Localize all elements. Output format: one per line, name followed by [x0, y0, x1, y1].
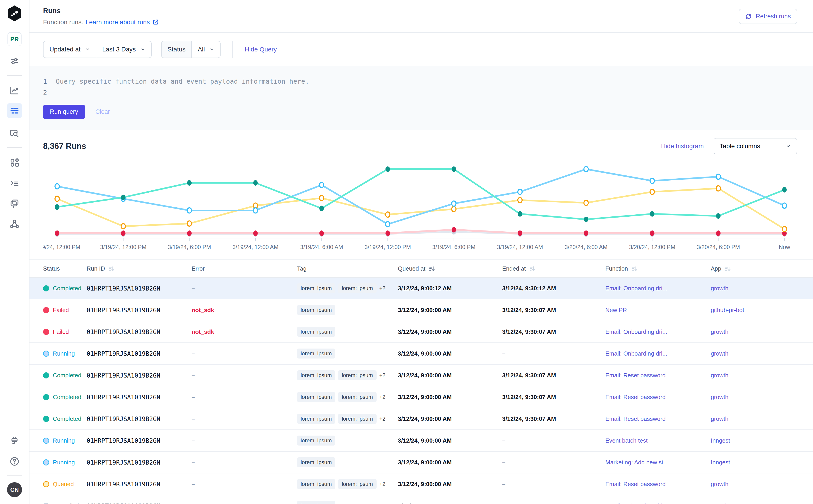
app-link[interactable]: growth	[711, 481, 728, 488]
app-link[interactable]: growth	[711, 350, 728, 357]
ended-at-cell: –	[502, 350, 605, 357]
avatar[interactable]: CN	[7, 482, 22, 497]
ended-at-cell: –	[502, 437, 605, 444]
app-link[interactable]: Inngest	[711, 459, 730, 466]
time-range-dropdown[interactable]: Last 3 Days	[96, 41, 151, 58]
column-header-queued-at[interactable]: Queued at	[398, 265, 502, 272]
trace-search-icon[interactable]	[9, 128, 20, 139]
sort-icon	[529, 265, 536, 272]
svg-text:3/20/24, 6:00 PM: 3/20/24, 6:00 PM	[697, 244, 740, 250]
table-row[interactable]: Completed 01HRPT19RJSA1019B2GN – lorem: …	[29, 278, 813, 299]
filters-icon[interactable]	[9, 56, 20, 67]
tag-cell: lorem: ipsum	[297, 436, 398, 446]
sort-icon	[724, 265, 731, 272]
hide-query-link[interactable]: Hide Query	[245, 46, 277, 53]
function-link[interactable]: Email: Onboarding dri...	[605, 502, 667, 504]
metrics-icon[interactable]	[9, 85, 20, 96]
table-row[interactable]: Completed 01HRPT19RJSA1019B2GN – lorem: …	[29, 386, 813, 408]
function-link[interactable]: Email: Reset password	[605, 394, 666, 401]
tag-chip: lorem: ipsum	[338, 414, 376, 424]
run-query-button[interactable]: Run query	[43, 105, 85, 119]
function-cell: Email: Reset password	[605, 481, 711, 488]
apps-icon[interactable]	[9, 157, 20, 168]
run-id-cell: 01HRPT19RJSA1019B2GN	[87, 350, 191, 357]
function-link[interactable]: Email: Onboarding dri...	[605, 350, 667, 357]
error-cell: –	[191, 372, 297, 379]
svg-text:3/19/24, 12:00 PM: 3/19/24, 12:00 PM	[100, 244, 146, 250]
function-link[interactable]: Marketing: Add new si...	[605, 459, 668, 466]
table-row[interactable]: Completed 01HRPT19RJSA1019B2GN – lorem: …	[29, 365, 813, 386]
svg-text:3/19/24, 12:00 AM: 3/19/24, 12:00 AM	[497, 244, 543, 250]
hide-histogram-link[interactable]: Hide histogram	[661, 143, 704, 150]
table-row[interactable]: Completed 01HRPT19RJSA1019B2GN – lorem: …	[29, 408, 813, 430]
sidebar-item-runs[interactable]	[7, 103, 22, 118]
column-header-error: Error	[191, 265, 297, 272]
help-icon[interactable]	[9, 456, 20, 467]
tag-cell: lorem: ipsumlorem: ipsum+2	[297, 392, 398, 402]
run-id-cell: 01HRPT19RJSA1019B2GN	[87, 372, 191, 379]
queued-at-cell: 3/12/24, 9:00:00 AM	[398, 372, 502, 379]
table-row[interactable]: Failed 01HRPT19RJSA1019B2GN not_sdk lore…	[29, 321, 813, 343]
app-link[interactable]: growth	[711, 502, 728, 504]
app-link[interactable]: Inngest	[711, 437, 730, 444]
svg-text:3/19/24, 6:00 AM: 3/19/24, 6:00 AM	[300, 244, 343, 250]
function-link[interactable]: Email: Reset password	[605, 481, 666, 488]
app-link[interactable]: growth	[711, 415, 728, 422]
tag-cell: lorem: ipsumlorem: ipsum+2	[297, 479, 398, 489]
column-header-app[interactable]: App	[711, 265, 813, 272]
svg-text:3/19/24, 6:00 PM: 3/19/24, 6:00 PM	[168, 244, 211, 250]
sidebar-divider	[7, 475, 22, 476]
function-link[interactable]: Email: Reset password	[605, 372, 666, 379]
clear-query-button[interactable]: Clear	[95, 108, 110, 115]
run-id-cell: 01HRPT19RJSA1019B2GN	[87, 307, 191, 314]
status-dot-failed	[43, 329, 49, 335]
function-link[interactable]: Event batch test	[605, 437, 648, 444]
workspace-badge[interactable]: PR	[7, 32, 22, 46]
app-link[interactable]: growth	[711, 285, 728, 292]
inngest-logo-icon[interactable]	[7, 5, 22, 22]
time-field-dropdown[interactable]: Updated at	[44, 41, 96, 58]
run-id-cell: 01HRPT19RJSA1019B2GN	[87, 502, 191, 504]
status-filter-dropdown[interactable]: All	[191, 41, 220, 58]
app-link[interactable]: growth	[711, 394, 728, 401]
run-id-cell: 01HRPT19RJSA1019B2GN	[87, 437, 191, 444]
column-header-run-id[interactable]: Run ID	[87, 265, 191, 272]
app-link[interactable]: github-pr-bot	[711, 307, 744, 314]
refresh-runs-button[interactable]: Refresh runs	[739, 9, 797, 24]
app-link[interactable]: growth	[711, 328, 728, 335]
webhook-icon[interactable]	[9, 218, 20, 229]
function-link[interactable]: Email: Onboarding dri...	[605, 285, 667, 292]
svg-text:3/19/24, 12:00 PM: 3/19/24, 12:00 PM	[364, 244, 411, 250]
queued-at-cell: 3/12/24, 9:00:00 AM	[398, 502, 502, 504]
status-cell: Failed	[29, 307, 87, 314]
status-dot-running	[43, 459, 49, 465]
status-label: Completed	[53, 415, 81, 422]
app-link[interactable]: growth	[711, 372, 728, 379]
table-columns-dropdown[interactable]: Table columns	[714, 138, 797, 154]
tag-more: +2	[379, 285, 385, 291]
table-row[interactable]: Running 01HRPT19RJSA1019B2GN – lorem: ip…	[29, 343, 813, 365]
column-header-ended-at[interactable]: Ended at	[502, 265, 605, 272]
table-row[interactable]: Running 01HRPT19RJSA1019B2GN – lorem: ip…	[29, 452, 813, 473]
status-dot-completed	[43, 394, 49, 400]
plug-icon[interactable]	[9, 436, 20, 446]
status-label: Failed	[53, 307, 69, 314]
function-link[interactable]: Email: Reset password	[605, 415, 666, 422]
table-row[interactable]: Running 01HRPT19RJSA1019B2GN – lorem: ip…	[29, 430, 813, 452]
sidebar-divider	[7, 147, 22, 148]
query-editor[interactable]: 1 Query specific function data and event…	[29, 66, 813, 130]
status-dot-running	[43, 351, 49, 357]
table-row[interactable]: Queued 01HRPT19RJSA1019B2GN – lorem: ips…	[29, 473, 813, 495]
cli-icon[interactable]	[9, 178, 20, 189]
function-cell: Event batch test	[605, 437, 711, 444]
table-row[interactable]: Cancelled 01HRPT19RJSA1019B2GN – lorem: …	[29, 495, 813, 504]
learn-more-link[interactable]: Learn more about runs	[85, 19, 159, 26]
status-cell: Completed	[29, 285, 87, 292]
windows-icon[interactable]	[9, 198, 20, 209]
function-link[interactable]: Email: Onboarding dri...	[605, 328, 667, 335]
function-link[interactable]: New PR	[605, 307, 627, 314]
table-row[interactable]: Failed 01HRPT19RJSA1019B2GN not_sdk lore…	[29, 299, 813, 321]
main-content: Runs Function runs. Learn more about run…	[29, 0, 813, 504]
page-header: Runs Function runs. Learn more about run…	[29, 0, 813, 33]
column-header-function[interactable]: Function	[605, 265, 711, 272]
